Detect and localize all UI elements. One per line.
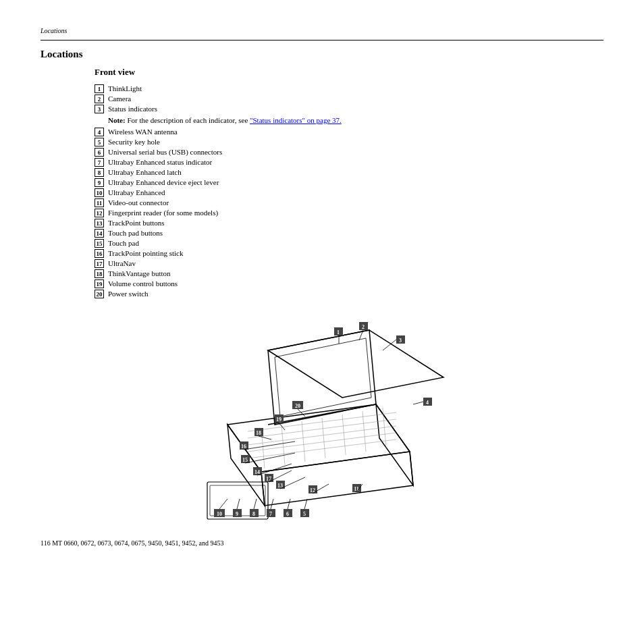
status-indicators-link[interactable]: "Status indicators" on page 37. (250, 116, 342, 124)
item-number-15: 15 (95, 239, 104, 248)
list-item: 9 Ultrabay Enhanced device eject lever (95, 178, 603, 188)
item-number-20: 20 (95, 290, 104, 298)
svg-line-78 (288, 499, 290, 509)
list-item: 5 Security key hole (95, 138, 603, 147)
item-text-13: TrackPoint buttons (108, 219, 165, 227)
svg-line-51 (257, 464, 292, 475)
item-text-8: Ultrabay Enhanced latch (108, 168, 182, 177)
svg-line-42 (259, 436, 271, 439)
svg-line-20 (363, 411, 366, 452)
svg-text:11: 11 (354, 486, 359, 492)
svg-marker-5 (261, 452, 413, 506)
list-item: 10 Ultrabay Enhanced (95, 188, 603, 198)
item-text-5: Security key hole (108, 138, 160, 146)
svg-line-19 (342, 414, 346, 455)
svg-text:9: 9 (236, 511, 238, 517)
screen-group (268, 330, 444, 425)
item-text-18: ThinkVantage button (108, 269, 171, 278)
svg-line-18 (322, 418, 325, 458)
keyboard-group (227, 404, 413, 506)
list-item: 15 Touch pad (95, 239, 603, 248)
item-text-20: Power switch (108, 290, 149, 298)
svg-text:6: 6 (286, 511, 289, 517)
items-list: 1 ThinkLight 2 Camera 3 Status indicator… (95, 84, 603, 299)
list-item: 6 Universal serial bus (USB) connectors (95, 148, 603, 157)
item-text-3: Status indicators (108, 105, 157, 113)
item-number-1: 1 (95, 84, 104, 93)
laptop-diagram: 1 2 3 4 20 19 18 16 15 (41, 310, 603, 526)
item-number-19: 19 (95, 279, 104, 288)
item-number-3: 3 (95, 105, 104, 113)
svg-line-33 (413, 402, 423, 404)
note-label: Note: (108, 116, 126, 124)
list-item: 2 Camera (95, 95, 603, 104)
item-number-11: 11 (95, 198, 104, 207)
item-number-6: 6 (95, 148, 104, 157)
svg-line-72 (254, 499, 257, 509)
svg-marker-7 (376, 404, 413, 485)
list-item: 4 Wireless WAN antenna (95, 128, 603, 137)
svg-text:5: 5 (303, 511, 306, 517)
item-text-10: Ultrabay Enhanced (108, 188, 165, 197)
item-number-12: 12 (95, 209, 104, 217)
item-text-6: Universal serial bus (USB) connectors (108, 148, 222, 157)
item-text-17: UltraNav (108, 259, 136, 268)
section-title: Locations (41, 49, 603, 60)
item-text-11: Video-out connector (108, 198, 169, 207)
item-text-9: Ultrabay Enhanced device eject lever (108, 178, 219, 187)
svg-text:7: 7 (269, 511, 272, 517)
item-number-17: 17 (95, 259, 104, 268)
list-item: 18 ThinkVantage button (95, 269, 603, 279)
item-text-4: Wireless WAN antenna (108, 128, 178, 136)
item-number-8: 8 (95, 168, 104, 177)
item-number-14: 14 (95, 229, 104, 238)
list-item: 17 UltraNav (95, 259, 603, 269)
svg-text:2: 2 (362, 324, 365, 330)
svg-line-17 (302, 421, 305, 462)
keyboard-keys (248, 408, 396, 468)
svg-text:20: 20 (295, 403, 300, 409)
item-text-16: TrackPoint pointing stick (108, 249, 183, 258)
list-item: 14 Touch pad buttons (95, 229, 603, 238)
list-item: 13 TrackPoint buttons (95, 219, 603, 228)
item-number-13: 13 (95, 219, 104, 227)
note-text: For the description of each indicator, s… (127, 116, 250, 124)
svg-line-45 (244, 441, 295, 450)
note-block: Note: For the description of each indica… (108, 115, 378, 125)
list-item: 3 Status indicators (95, 105, 603, 114)
breadcrumb: Locations (41, 27, 603, 34)
svg-text:8: 8 (252, 511, 255, 517)
list-item: 1 ThinkLight (95, 84, 603, 94)
svg-line-30 (383, 340, 396, 350)
svg-marker-4 (227, 404, 410, 472)
section-divider (41, 40, 603, 41)
svg-text:4: 4 (426, 400, 429, 406)
sub-section-title: Front view (95, 67, 603, 78)
list-item: 8 Ultrabay Enhanced latch (95, 168, 603, 178)
item-text-12: Fingerprint reader (for some models) (108, 209, 218, 217)
svg-text:19: 19 (276, 417, 281, 423)
svg-text:10: 10 (217, 511, 222, 517)
item-number-4: 4 (95, 128, 104, 136)
svg-text:3: 3 (399, 338, 402, 344)
list-item: 11 Video-out connector (95, 198, 603, 208)
list-item: 7 Ultrabay Enhanced status indicator (95, 158, 603, 167)
svg-line-48 (245, 453, 295, 463)
list-item: 20 Power switch (95, 290, 603, 299)
item-text-15: Touch pad (108, 239, 139, 248)
svg-line-16 (281, 425, 285, 465)
list-item: 16 TrackPoint pointing stick (95, 249, 603, 259)
item-text-14: Touch pad buttons (108, 229, 163, 238)
svg-text:1: 1 (337, 329, 340, 336)
item-number-2: 2 (95, 95, 104, 103)
item-number-10: 10 (95, 188, 104, 197)
item-number-7: 7 (95, 158, 104, 167)
item-text-7: Ultrabay Enhanced status indicator (108, 158, 212, 167)
svg-line-66 (219, 499, 227, 509)
item-text-2: Camera (108, 95, 131, 103)
svg-marker-1 (268, 330, 376, 425)
item-text-19: Volume control buttons (108, 279, 178, 288)
svg-line-69 (237, 499, 240, 509)
diagram-svg: 1 2 3 4 20 19 18 16 15 (160, 310, 484, 526)
item-number-5: 5 (95, 138, 104, 146)
